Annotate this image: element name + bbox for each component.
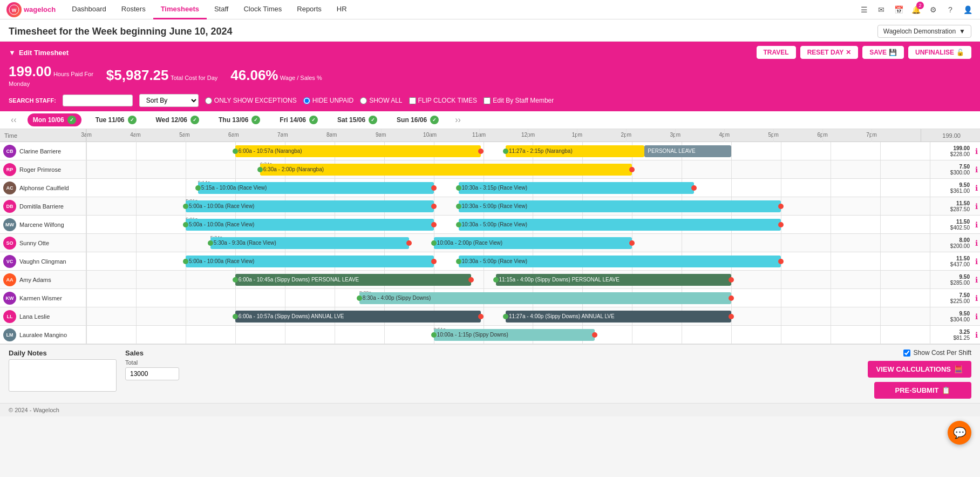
- logo[interactable]: W wageloch: [6, 2, 56, 17]
- staff-name-cell[interactable]: LLLana Leslie: [0, 307, 86, 325]
- hour-label-2pm: 2pm: [621, 132, 631, 138]
- staff-name-cell[interactable]: ACAlphonse Caulfield: [0, 179, 86, 197]
- prev-week-arrow[interactable]: ‹‹: [9, 114, 19, 126]
- total-cell: 11.50$402.50: [930, 216, 973, 233]
- shift-bar[interactable]: 10:30a - 3:15p (Race View): [459, 182, 695, 194]
- tab-tue[interactable]: Tue 11/06 ✓: [90, 113, 142, 126]
- next-week-arrow[interactable]: ››: [453, 114, 463, 126]
- radio-hide-unpaid[interactable]: HIDE UNPAID: [303, 97, 353, 104]
- total-col-header: 199.00: [921, 129, 964, 142]
- nav-dashboard[interactable]: Dashboard: [64, 0, 114, 19]
- hour-label-5am: 5am: [179, 132, 189, 138]
- sales-total-input[interactable]: [125, 367, 179, 380]
- shift-bar[interactable]: 6:00a - 10:45a (Sippy Downs) PERSONAL LE…: [235, 274, 471, 286]
- shift-bar[interactable]: 6:30a - 2:00p (Narangba): [260, 164, 632, 176]
- shift-bar[interactable]: 10:30a - 5:00p (Race View): [459, 256, 781, 267]
- shift-bar[interactable]: 11:15a - 4:00p (Sippy Downs) PERSONAL LE…: [496, 274, 732, 286]
- shift-bar[interactable]: 6:00a - 10:57a (Narangba): [235, 145, 481, 157]
- staff-name-cell[interactable]: LMLauralee Mangino: [0, 326, 86, 344]
- shift-bar[interactable]: 10:00a - 1:15p (Sippy Downs): [434, 329, 595, 341]
- list-icon[interactable]: ☰: [858, 4, 870, 16]
- travel-button[interactable]: TRAVEL: [757, 46, 796, 59]
- settings-icon[interactable]: ⚙: [927, 4, 939, 16]
- shift-bar[interactable]: 10:30a - 5:00p (Race View): [459, 219, 781, 231]
- staff-name-cell[interactable]: MWMarcene Wilfong: [0, 216, 86, 233]
- info-icon[interactable]: ℹ: [973, 294, 980, 303]
- staff-name-cell[interactable]: DBDomitila Barriere: [0, 197, 86, 215]
- view-calculations-button[interactable]: VIEW CALCULATIONS 🧮: [868, 361, 971, 378]
- table-row: KWKarmen Wismer8:20a8:30a - 4:00p (Sippy…: [0, 289, 980, 307]
- table-row: RPRoger Primrose6:34a6:30a - 2:00p (Nara…: [0, 160, 980, 179]
- checkbox-group: FLIP CLOCK TIMES Edit By Staff Member: [409, 97, 554, 104]
- tab-fri[interactable]: Fri 14/06 ✓: [274, 113, 323, 126]
- checkbox-flip-clock[interactable]: FLIP CLOCK TIMES: [409, 97, 478, 104]
- nav-clock-times[interactable]: Clock Times: [236, 0, 289, 19]
- clock-dot: [729, 277, 734, 283]
- info-icon[interactable]: ℹ: [973, 147, 980, 156]
- staff-name-cell[interactable]: VCVaughn Clingman: [0, 252, 86, 270]
- shift-bar[interactable]: 5:00a - 10:00a (Race View): [186, 219, 434, 231]
- hour-label-6pm: 6pm: [817, 132, 827, 138]
- show-cost-label: Show Cost Per Shift: [914, 349, 971, 357]
- info-icon[interactable]: ℹ: [973, 276, 980, 284]
- staff-name-cell[interactable]: RPRoger Primrose: [0, 160, 86, 178]
- notes-textarea[interactable]: [9, 359, 117, 392]
- mail-icon[interactable]: ✉: [875, 4, 887, 16]
- info-icon[interactable]: ℹ: [973, 165, 980, 174]
- shift-bar[interactable]: 8:30a - 4:00p (Sippy Downs): [359, 292, 732, 304]
- shift-bar[interactable]: 5:00a - 10:00a (Race View): [186, 256, 434, 267]
- info-icon[interactable]: ℹ: [973, 220, 980, 229]
- clock-dot: [431, 259, 437, 264]
- nav-reports[interactable]: Reports: [289, 0, 329, 19]
- pre-submit-button[interactable]: PRE-SUBMIT 📋: [874, 382, 971, 399]
- workspace-selector[interactable]: Wageloch Demonstration ▼: [877, 25, 971, 38]
- clock-dot: [503, 314, 508, 319]
- info-icon[interactable]: ℹ: [973, 257, 980, 266]
- help-icon[interactable]: ?: [944, 4, 956, 16]
- save-button[interactable]: SAVE 💾: [862, 46, 904, 59]
- tab-mon[interactable]: Mon 10/06 ✓: [28, 113, 81, 126]
- shift-bar[interactable]: 5:00a - 10:00a (Race View): [186, 200, 434, 212]
- staff-name-cell[interactable]: CBClarine Barriere: [0, 142, 86, 160]
- shift-bar[interactable]: 5:15a - 10:00a (Race View): [198, 182, 434, 194]
- shift-bar[interactable]: 11:27a - 2:15p (Narangba): [506, 145, 644, 157]
- notifications-icon[interactable]: 🔔 2: [910, 4, 922, 16]
- tab-sat[interactable]: Sat 15/06 ✓: [332, 113, 383, 126]
- info-icon[interactable]: ℹ: [973, 184, 980, 192]
- tab-sun[interactable]: Sun 16/06 ✓: [391, 113, 444, 126]
- user-icon[interactable]: 👤: [962, 4, 974, 16]
- shift-bar[interactable]: 10:30a - 5:00p (Race View): [459, 200, 781, 212]
- reset-day-button[interactable]: RESET DAY ✕: [800, 46, 859, 59]
- tab-wed[interactable]: Wed 12/06 ✓: [151, 113, 205, 126]
- show-cost-checkbox[interactable]: [903, 350, 910, 357]
- calendar-icon[interactable]: 📅: [893, 4, 904, 16]
- info-icon[interactable]: ℹ: [973, 312, 980, 321]
- nav-rosters[interactable]: Rosters: [114, 0, 153, 19]
- shift-bar[interactable]: 11:27a - 4:00p (Sippy Downs) ANNUAL LVE: [506, 311, 731, 323]
- checkbox-edit-by-staff[interactable]: Edit By Staff Member: [484, 97, 554, 104]
- sort-by-select[interactable]: Sort By Name Start Time Department: [139, 94, 199, 107]
- tab-thu[interactable]: Thu 13/06 ✓: [213, 113, 266, 126]
- nav-hr[interactable]: HR: [329, 0, 355, 19]
- staff-name-cell[interactable]: AAAmy Adams: [0, 271, 86, 288]
- info-icon[interactable]: ℹ: [973, 239, 980, 247]
- shift-bar[interactable]: PERSONAL LEAVE: [644, 145, 731, 157]
- shift-bar[interactable]: 5:30a - 9:30a (Race View): [210, 237, 409, 249]
- nav-staff[interactable]: Staff: [207, 0, 236, 19]
- unfinalise-button[interactable]: UNFINALISE 🔓: [908, 46, 971, 59]
- clock-dot: [406, 240, 412, 246]
- total-hours: 7.50: [959, 164, 970, 170]
- shift-bar[interactable]: 10:00a - 2:00p (Race View): [434, 237, 632, 249]
- hour-label-4pm: 4pm: [719, 132, 730, 138]
- info-icon[interactable]: ℹ: [973, 331, 980, 339]
- radio-show-all[interactable]: SHOW ALL: [360, 97, 402, 104]
- wage-pct-label: Wage / Sales %: [280, 75, 322, 81]
- staff-name-cell[interactable]: SOSunny Otte: [0, 234, 86, 252]
- shift-bar[interactable]: 6:00a - 10:57a (Sippy Downs) ANNUAL LVE: [235, 311, 481, 323]
- radio-only-exceptions[interactable]: ONLY SHOW EXCEPTIONS: [205, 97, 297, 104]
- nav-timesheets[interactable]: Timesheets: [153, 0, 207, 19]
- staff-name-cell[interactable]: KWKarmen Wismer: [0, 289, 86, 307]
- total-cost: $304.00: [950, 317, 970, 323]
- search-staff-input[interactable]: [63, 95, 133, 106]
- info-icon[interactable]: ℹ: [973, 202, 980, 211]
